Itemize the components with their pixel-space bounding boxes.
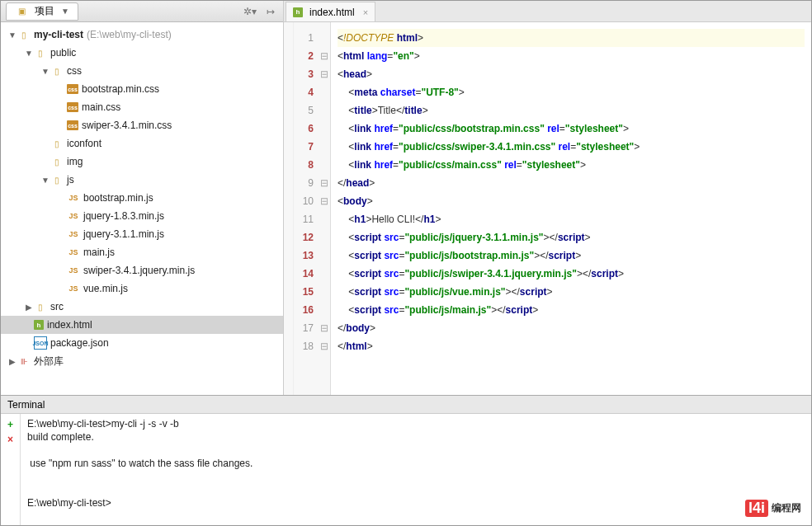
terminal-add-button[interactable]: + xyxy=(1,417,20,432)
fold-icon[interactable]: ⊟ xyxy=(319,340,330,352)
line-number[interactable]: 13 xyxy=(294,250,319,261)
code-line[interactable]: </html> xyxy=(338,337,805,355)
code-line[interactable]: <script src="public/js/swiper-3.4.1.jque… xyxy=(338,265,805,283)
line-number[interactable]: 6 xyxy=(294,123,319,134)
line-number[interactable]: 8 xyxy=(294,159,319,171)
terminal-header[interactable]: Terminal xyxy=(1,396,811,414)
code-line[interactable]: <script src="public/js/jquery-3.1.1.min.… xyxy=(338,228,805,247)
watermark: l4i 编程网 xyxy=(745,500,801,517)
line-number[interactable]: 15 xyxy=(294,286,319,298)
fold-icon[interactable]: ⊟ xyxy=(319,177,330,189)
tree-arrow-icon[interactable]: ▼ xyxy=(7,31,17,40)
code-line[interactable]: <html lang="en"> xyxy=(338,47,805,65)
tree-row[interactable]: ▼▯public xyxy=(1,44,283,62)
line-number[interactable]: 12 xyxy=(294,232,319,243)
tree-row[interactable]: JSONpackage.json xyxy=(1,334,283,352)
chevron-down-icon[interactable]: ▼ xyxy=(61,7,69,16)
tree-row[interactable]: cssswiper-3.4.1.min.css xyxy=(1,116,283,134)
line-number[interactable]: 3 xyxy=(294,68,319,80)
code-line[interactable]: <link href="public/css/swiper-3.4.1.min.… xyxy=(338,138,805,156)
terminal-line xyxy=(27,483,805,496)
editor-panel: h index.html × 12⊟3⊟456789⊟10⊟1112131415… xyxy=(284,1,811,395)
tree-label: vue.min.js xyxy=(83,283,128,294)
css-icon: css xyxy=(67,120,78,130)
code-line[interactable]: <script src="public/js/vue.min.js"></scr… xyxy=(338,283,805,301)
line-number[interactable]: 9 xyxy=(294,177,319,189)
tree-row[interactable]: JSjquery-1.8.3.min.js xyxy=(1,207,283,225)
gear-icon[interactable]: ✲▾ xyxy=(240,6,260,17)
line-number[interactable]: 2 xyxy=(294,50,319,62)
code-line[interactable]: </body> xyxy=(338,319,805,337)
code-line[interactable]: <body> xyxy=(338,192,805,210)
code-line[interactable]: <head> xyxy=(338,65,805,83)
tree-row[interactable]: ▼▯my-cli-test (E:\web\my-cli-test) xyxy=(1,26,283,44)
tree-row[interactable]: ▼▯js xyxy=(1,171,283,189)
editor-gutter[interactable]: 12⊟3⊟456789⊟10⊟11121314151617⊟18⊟ xyxy=(294,22,331,395)
line-number[interactable]: 5 xyxy=(294,105,319,116)
code-line[interactable]: <script src="public/js/bootstrap.min.js"… xyxy=(338,247,805,265)
tree-row[interactable]: cssbootstrap.min.css xyxy=(1,80,283,98)
code-line[interactable]: <link href="public/css/main.css" rel="st… xyxy=(338,156,805,174)
code-editor[interactable]: 12⊟3⊟456789⊟10⊟11121314151617⊟18⊟ <!DOCT… xyxy=(284,22,811,395)
tree-row[interactable]: ▯iconfont xyxy=(1,134,283,153)
project-tree[interactable]: ▼▯my-cli-test (E:\web\my-cli-test)▼▯publ… xyxy=(1,22,283,395)
js-icon: JS xyxy=(67,191,80,204)
terminal-line: use "npm run sass" to watch the sass fil… xyxy=(27,457,805,470)
collapse-icon[interactable]: ↦ xyxy=(263,6,278,17)
fold-icon[interactable]: ⊟ xyxy=(319,195,330,207)
line-number[interactable]: 14 xyxy=(294,268,319,279)
line-number[interactable]: 1 xyxy=(294,32,319,44)
tree-label: 外部库 xyxy=(34,355,64,369)
tree-row[interactable]: ▶▯src xyxy=(1,298,283,316)
tree-arrow-icon[interactable]: ▼ xyxy=(24,49,34,58)
tree-row[interactable]: JSmain.js xyxy=(1,243,283,261)
tree-row[interactable]: JSvue.min.js xyxy=(1,279,283,298)
sidebar-header: ▣ 项目 ▼ ✲▾ ↦ xyxy=(1,1,283,22)
code-line[interactable]: <meta charset="UTF-8"> xyxy=(338,83,805,101)
code-line[interactable]: </head> xyxy=(338,174,805,192)
tree-row[interactable]: ▶⊪外部库 xyxy=(1,352,283,370)
terminal-content[interactable]: E:\web\my-cli-test>my-cli -j -s -v -bbui… xyxy=(21,414,811,525)
close-icon[interactable]: × xyxy=(358,7,368,17)
terminal-line xyxy=(27,470,805,483)
line-number[interactable]: 7 xyxy=(294,141,319,153)
code-line[interactable]: <script src="public/js/main.js"></script… xyxy=(338,301,805,319)
code-line[interactable]: <link href="public/css/bootstrap.min.css… xyxy=(338,120,805,138)
fold-icon[interactable]: ⊟ xyxy=(319,322,330,334)
tree-row[interactable]: hindex.html xyxy=(1,316,283,334)
sidebar-tab-project[interactable]: ▣ 项目 ▼ xyxy=(6,2,78,21)
tree-label: css xyxy=(67,65,82,77)
tree-arrow-icon[interactable]: ▼ xyxy=(40,67,50,76)
tree-row[interactable]: JSswiper-3.4.1.jquery.min.js xyxy=(1,261,283,279)
line-number[interactable]: 4 xyxy=(294,87,319,98)
editor-tabs: h index.html × xyxy=(284,1,811,22)
editor-tab-index-html[interactable]: h index.html × xyxy=(286,2,375,21)
fold-icon[interactable]: ⊟ xyxy=(319,50,330,62)
tree-row[interactable]: ▼▯css xyxy=(1,62,283,80)
line-number[interactable]: 18 xyxy=(294,340,319,352)
editor-code-area[interactable]: <!DOCTYPE html><html lang="en"><head> <m… xyxy=(331,22,811,395)
tree-row[interactable]: ▯img xyxy=(1,153,283,171)
code-line[interactable]: <title>Title</title> xyxy=(338,101,805,120)
terminal-close-button[interactable]: × xyxy=(1,432,20,447)
terminal-line: E:\web\my-cli-test> xyxy=(27,496,805,510)
line-number[interactable]: 16 xyxy=(294,304,319,316)
fold-icon[interactable]: ⊟ xyxy=(319,68,330,80)
tree-arrow-icon[interactable]: ▶ xyxy=(24,303,34,312)
tree-arrow-icon[interactable]: ▼ xyxy=(40,176,50,185)
watermark-logo: l4i xyxy=(745,500,768,517)
folder-icon: ▯ xyxy=(17,28,31,41)
js-icon: JS xyxy=(67,282,80,295)
tree-arrow-icon[interactable]: ▶ xyxy=(7,357,17,366)
code-line[interactable]: <!DOCTYPE html> xyxy=(338,29,805,47)
css-icon: css xyxy=(67,84,78,94)
line-number[interactable]: 17 xyxy=(294,322,319,334)
tree-row[interactable]: cssmain.css xyxy=(1,98,283,116)
tree-row[interactable]: JSbootstrap.min.js xyxy=(1,189,283,207)
tree-row[interactable]: JSjquery-3.1.1.min.js xyxy=(1,225,283,243)
line-number[interactable]: 11 xyxy=(294,214,319,225)
lib-icon: ⊪ xyxy=(17,355,31,368)
line-number[interactable]: 10 xyxy=(294,195,319,207)
tree-label: js xyxy=(67,174,74,186)
code-line[interactable]: <h1>Hello CLI!</h1> xyxy=(338,210,805,228)
